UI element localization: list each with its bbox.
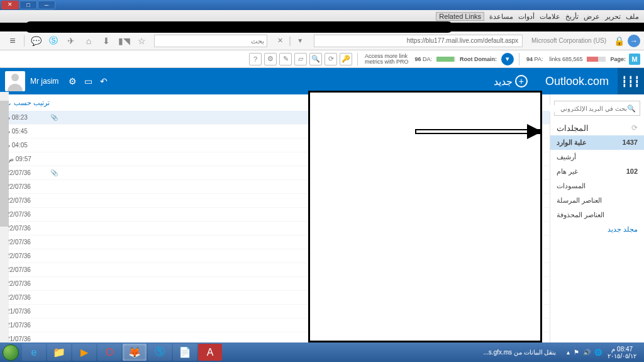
taskbar-opera-icon[interactable]: O: [97, 344, 121, 361]
taskbar-explorer-icon[interactable]: 📁: [47, 344, 71, 361]
download-icon[interactable]: ⬇: [101, 35, 112, 47]
avatar[interactable]: [5, 71, 25, 91]
highlight-icon[interactable]: ▱: [294, 53, 307, 65]
bookmark-icon[interactable]: ▮◥: [118, 35, 130, 47]
browser-toolbar: ≡ 💬 Ⓢ ✈ ⌂ ⬇ ▮◥ ☆ ✕ | ▼ Microsoft Corpora…: [0, 31, 644, 50]
url-input[interactable]: [314, 35, 523, 47]
skype-icon[interactable]: Ⓢ: [48, 35, 59, 47]
magnify-icon[interactable]: 🔍: [309, 53, 322, 65]
taskbar: e 📁 ▶ O 🦊 Ⓢ 📄 A ينقل البيانات من s.gfx.m…: [0, 342, 644, 362]
gear-icon[interactable]: ⚙: [264, 53, 277, 65]
menu-history[interactable]: تأريخ: [565, 13, 579, 21]
folder-item[interactable]: 1437علبة الوارد: [550, 135, 644, 150]
messenger-icon[interactable]: ▭: [84, 76, 92, 86]
tray-flag-icon[interactable]: ⚑: [574, 349, 579, 356]
system-tray[interactable]: ▴ ⚑ 🔊 🌐 08:47 م ٢٠١٥/٠٥/١٢: [561, 346, 644, 359]
settings-gear-icon[interactable]: ⚙: [69, 76, 77, 86]
send-icon[interactable]: ✈: [65, 35, 77, 47]
star-icon[interactable]: ☆: [136, 35, 147, 47]
annotation-overlay-box: [308, 91, 542, 342]
related-links[interactable]: Related Links: [436, 12, 484, 21]
menu-edit[interactable]: تحرير: [605, 13, 621, 21]
taskbar-media-icon[interactable]: ▶: [72, 344, 96, 361]
browser-menubar: Related Links مساعدة أدوات علامات تأريخ …: [0, 10, 644, 23]
go-button[interactable]: →: [628, 35, 640, 47]
window-minimize-button[interactable]: ─: [38, 1, 55, 9]
menu-help[interactable]: مساعدة: [489, 13, 513, 21]
folder-item[interactable]: المسودات: [550, 179, 644, 193]
taskbar-skype-icon[interactable]: Ⓢ: [148, 344, 172, 361]
app-launcher-icon[interactable]: ┇┇┇: [618, 68, 644, 94]
tray-up-icon[interactable]: ▴: [567, 349, 570, 356]
home-icon[interactable]: ⌂: [83, 35, 94, 47]
refresh-seo-icon[interactable]: ⟳: [325, 53, 337, 65]
scrollbar[interactable]: [0, 92, 9, 342]
reply-icon[interactable]: ↶: [100, 76, 108, 86]
status-text: ينقل البيانات من s.gfx.ms...: [484, 349, 557, 356]
chat-icon[interactable]: 💬: [30, 35, 42, 47]
site-identity[interactable]: Microsoft Corporation (US): [531, 37, 606, 44]
window-titlebar: ✕ □ ─: [0, 0, 644, 10]
menu-bookmarks[interactable]: علامات: [540, 13, 560, 21]
scroll-thumb[interactable]: [0, 101, 9, 227]
tab-strip-redacted: [0, 23, 644, 31]
marker-icon[interactable]: ✎: [279, 53, 292, 65]
root-dropdown-icon[interactable]: ▾: [501, 53, 514, 65]
taskbar-clock[interactable]: 08:47 م ٢٠١٥/٠٥/١٢: [608, 346, 636, 359]
tray-network-icon[interactable]: 🌐: [594, 349, 602, 356]
browser-search-input[interactable]: [154, 35, 267, 47]
username[interactable]: Mr jasim: [30, 77, 58, 86]
da-bar: [436, 57, 455, 62]
taskbar-ie-icon[interactable]: e: [22, 344, 46, 361]
mail-search[interactable]: 🔍: [554, 101, 640, 116]
menu-view[interactable]: عرض: [584, 13, 600, 21]
new-mail-button[interactable]: جديد +: [494, 75, 528, 88]
seo-access[interactable]: Access more link metrics with PRO: [365, 54, 409, 65]
hamburger-icon[interactable]: ≡: [7, 35, 18, 47]
search-clear-icon[interactable]: ✕: [274, 35, 286, 47]
taskbar-firefox-icon[interactable]: 🦊: [123, 344, 147, 361]
start-button[interactable]: [0, 342, 21, 362]
folders-title: المجلدات: [557, 123, 589, 133]
folder-sidebar: 🔍 ⟳ المجلدات 1437علبة الواردأرشيف102غير …: [550, 94, 644, 345]
folder-item[interactable]: العناصر المرسلة: [550, 193, 644, 208]
lock-icon: 🔒: [613, 35, 625, 47]
taskbar-adobe-icon[interactable]: A: [198, 344, 222, 361]
taskbar-notepad-icon[interactable]: 📄: [173, 344, 197, 361]
dropdown-icon[interactable]: ▼: [294, 35, 306, 47]
outlook-brand[interactable]: Outlook.com: [545, 75, 609, 88]
folder-item[interactable]: أرشيف: [550, 150, 644, 164]
menu-file[interactable]: ملف: [626, 13, 639, 21]
search-icon: 🔍: [627, 105, 636, 113]
moz-icon[interactable]: M: [629, 54, 640, 65]
seo-toolbar: ? ⚙ ✎ ▱ 🔍 ⟳ 🔑 Access more link metrics w…: [0, 50, 644, 68]
help-icon[interactable]: ?: [249, 53, 262, 65]
refresh-folders-icon[interactable]: ⟳: [631, 123, 638, 133]
plus-icon: +: [515, 75, 528, 88]
pa-bar: [587, 57, 606, 62]
tray-volume-icon[interactable]: 🔊: [583, 349, 591, 356]
window-maximize-button[interactable]: □: [19, 1, 37, 9]
mail-search-input[interactable]: [547, 105, 627, 112]
new-folder-link[interactable]: مجلد جديد: [550, 222, 644, 237]
window-close-button[interactable]: ✕: [1, 1, 19, 9]
annotation-arrow: [415, 129, 541, 134]
folder-item[interactable]: 102غير هام: [550, 164, 644, 179]
folder-item[interactable]: العناصر المحذوفة: [550, 208, 644, 222]
menu-tools[interactable]: أدوات: [518, 13, 535, 21]
key-icon[interactable]: 🔑: [340, 53, 352, 65]
